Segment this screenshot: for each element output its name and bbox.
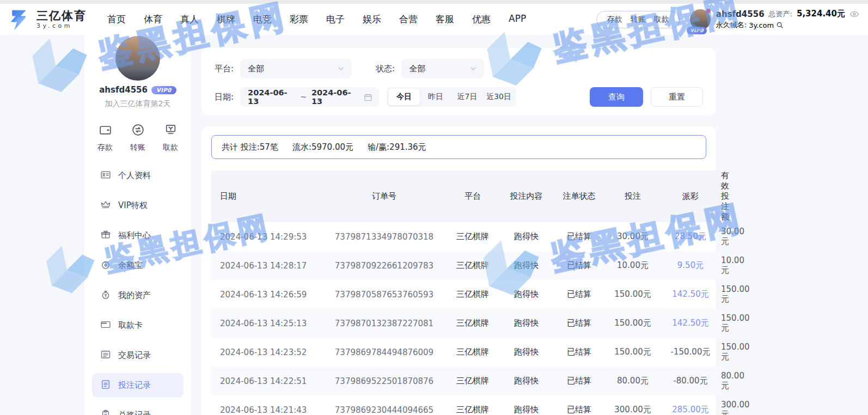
cell-bet-content: 跑得快 [500,251,553,280]
col-header-平台: 平台 [445,170,500,222]
wallet-icon [99,123,112,139]
sidebar-user: ahsfd4556 VIP0 [84,85,191,95]
range-近30日[interactable]: 近30日 [483,89,515,105]
logo-mark [8,8,32,31]
range-今日[interactable]: 今日 [388,89,420,105]
sidebar: ahsfd4556 VIP0 加入三亿体育第2天 存款转账取款 个人资料VIP特… [84,35,191,415]
cell-bet-content: 跑得快 [500,367,553,395]
wallet-action-存款[interactable]: 存款 [607,15,622,25]
filter-buttons: 查询 重置 [590,87,703,107]
search-button[interactable]: 查询 [590,87,643,107]
table-header-row: 日期订单号平台投注内容注单状态投注派彩有效投注额 [211,170,721,222]
cell-bet-content: 跑得快 [500,280,553,309]
main-nav: 首页体育真人棋牌电竞彩票电子娱乐合营客服优惠APP [107,13,526,26]
cell-platform: 三亿棋牌 [445,338,500,367]
nav-item-客服[interactable]: 客服 [436,13,454,26]
cell-order-status: 已结算 [553,251,606,280]
header-avatar[interactable]: VIP0 [690,9,711,30]
cell-bet-amount: 300.00元 [606,395,660,415]
money-bag-icon [100,289,111,302]
summary-winloss: 输/赢:291.36元 [368,142,426,152]
filter-row-1: 平台: 全部 状态: 全部 [215,59,703,78]
col-header-投注: 投注 [606,170,660,222]
cell-order-no: 7379870132387227081 [323,309,445,338]
list-icon [100,349,111,362]
sidebar-item-label: 取款卡 [118,320,143,331]
date-range-input[interactable]: 2024-06-13 ~ 2024-06-13 [240,87,379,107]
col-header-日期: 日期 [211,170,323,222]
sidebar-item-assets[interactable]: 我的资产 [92,283,184,308]
sidebar-item-withdraw-card[interactable]: 取款卡 [92,313,184,338]
sidebar-item-vip[interactable]: VIP特权 [92,193,184,218]
quick-action-withdraw[interactable]: 取款 [163,123,178,152]
wallet-action-取款[interactable]: 取款 [654,15,669,25]
cell-order-status: 已结算 [553,395,606,415]
sidebar-item-transactions[interactable]: 交易记录 [92,343,184,368]
cell-order-status: 已结算 [553,367,606,395]
cell-payout: 142.50元 [660,280,721,309]
clipboard-icon [100,379,111,392]
cell-payout: 142.50元 [660,309,721,338]
platform-select[interactable]: 全部 [240,59,352,78]
domain-value: 3y.com [749,21,774,29]
range-近7日[interactable]: 近7日 [451,89,483,105]
nav-item-体育[interactable]: 体育 [144,13,162,26]
table-body: 2024-06-13 14:29:537379871334978070318三亿… [211,222,721,415]
eye-icon[interactable] [849,9,859,19]
nav-item-娱乐[interactable]: 娱乐 [363,13,381,26]
cell-date: 2024-06-13 14:23:52 [211,338,323,367]
cell-date: 2024-06-13 14:29:53 [211,222,323,251]
sidebar-item-welfare[interactable]: 福利中心 [92,223,184,248]
nav-item-APP[interactable]: APP [509,13,526,26]
range-昨日[interactable]: 昨日 [420,89,451,105]
cell-payout: 285.00元 [660,395,721,415]
reset-button[interactable]: 重置 [651,87,703,107]
wallet-action-转账[interactable]: 转账 [631,15,646,25]
assets-amount: 5,324.40元 [797,9,845,19]
cell-order-status: 已结算 [553,309,606,338]
quick-action-transfer[interactable]: 转账 [130,123,145,152]
cell-payout: -150.00元 [660,338,721,367]
nav-item-彩票[interactable]: 彩票 [290,13,308,26]
cell-platform: 三亿棋牌 [445,222,500,251]
search-icon[interactable] [776,21,784,29]
site-logo[interactable]: 三亿体育 3y.com [8,8,87,31]
cell-platform: 三亿棋牌 [445,395,500,415]
quick-action-deposit[interactable]: 存款 [97,123,113,152]
sidebar-item-redeem-records[interactable]: 兑奖记录 [92,403,184,415]
gift-icon [100,229,111,242]
cell-bet-amount: 30.00元 [606,222,660,251]
quick-action-label: 转账 [130,143,145,152]
sidebar-item-profile[interactable]: 个人资料 [92,163,184,188]
cell-order-no: 7379869230444094665 [323,395,445,415]
sidebar-vip-badge: VIP0 [151,86,176,94]
quick-action-label: 取款 [163,143,178,152]
filter-panel: 平台: 全部 状态: 全部 日期: 2024-06-13 ~ 2024-06-1… [201,48,716,115]
nav-item-电子[interactable]: 电子 [326,13,345,26]
nav-item-电竞[interactable]: 电竞 [253,13,272,26]
cell-bet-amount: 80.00元 [606,367,660,395]
nav-item-合营[interactable]: 合营 [399,13,418,26]
withdraw-icon [164,123,178,139]
chevron-down-icon [337,64,345,73]
nav-item-优惠[interactable]: 优惠 [472,13,491,26]
quick-range-group: 今日昨日近7日近30日 [387,87,516,107]
platform-label: 平台: [215,64,234,74]
top-nav-bar: 三亿体育 3y.com 首页体育真人棋牌电竞彩票电子娱乐合营客服优惠APP 存款… [0,0,868,35]
sidebar-item-label: 福利中心 [118,230,151,241]
sidebar-item-bet-records[interactable]: 投注记录 [92,373,184,398]
nav-item-真人[interactable]: 真人 [180,13,199,26]
nav-item-棋牌[interactable]: 棋牌 [217,13,235,26]
sidebar-item-yuebao[interactable]: 余额宝 [92,253,184,278]
cell-payout: -80.00元 [660,367,721,395]
user-row-domain: 永久域名: 3y.com [716,20,859,30]
join-days-text: 加入三亿体育第2天 [84,99,191,109]
nav-item-首页[interactable]: 首页 [107,13,126,26]
summary-turnover: 流水:5970.00元 [292,142,353,152]
cell-platform: 三亿棋牌 [445,280,500,309]
cell-date: 2024-06-13 14:28:17 [211,251,323,280]
top-strip [0,0,868,4]
bet-summary: 共计 投注:57笔 流水:5970.00元 输/赢:291.36元 [211,135,706,159]
status-select[interactable]: 全部 [401,59,484,78]
cell-bet-content: 跑得快 [500,338,553,367]
